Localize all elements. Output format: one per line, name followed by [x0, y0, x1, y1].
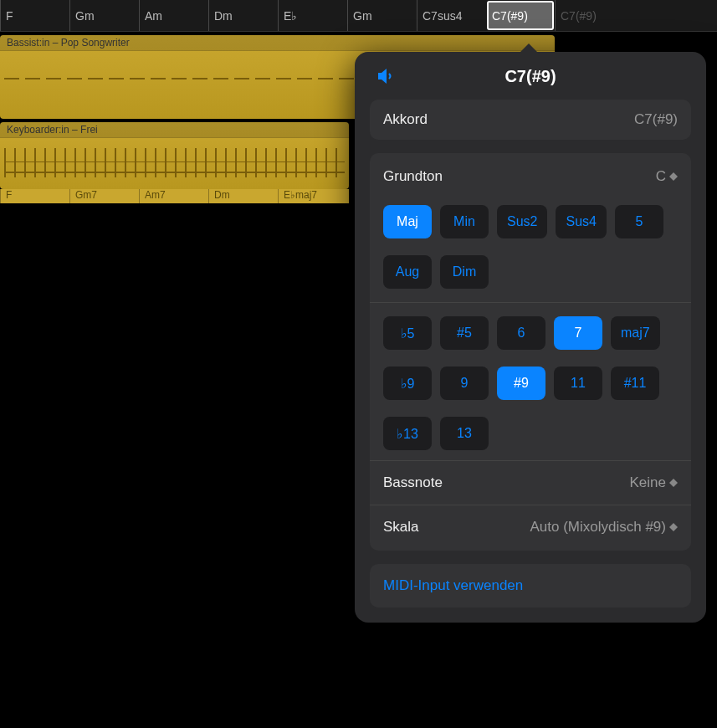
extension-chip[interactable]: 13: [440, 417, 489, 450]
updown-icon: [669, 477, 678, 489]
skala-row[interactable]: Skala Auto (Mixolydisch #9): [383, 507, 678, 541]
track-region-keys[interactable]: Keyboarder:in – Frei: [0, 122, 349, 189]
chord-cell[interactable]: E♭: [278, 0, 347, 31]
grundton-value: C: [656, 168, 666, 185]
skala-value: Auto (Mixolydisch #9): [530, 519, 666, 536]
extension-chip[interactable]: 9: [440, 367, 489, 400]
skala-select[interactable]: Auto (Mixolydisch #9): [530, 519, 678, 536]
midi-input-button[interactable]: MIDI-Input verwenden: [370, 564, 691, 608]
bassnote-value: Keine: [630, 474, 666, 491]
ext-row-3: ♭1313: [383, 408, 678, 459]
akkord-row: Akkord C7(#9): [370, 100, 691, 140]
popover-title: C7(#9): [504, 67, 556, 85]
bassnote-row[interactable]: Bassnote Keine: [383, 463, 678, 503]
extension-chip[interactable]: 6: [497, 316, 545, 350]
quality-chip[interactable]: Min: [440, 205, 489, 238]
divider: [370, 302, 691, 303]
quality-chip[interactable]: Sus4: [556, 205, 606, 238]
quality-chip[interactable]: Maj: [383, 205, 432, 238]
akkord-label: Akkord: [383, 111, 428, 128]
bassnote-select[interactable]: Keine: [630, 474, 678, 491]
popover-header: C7(#9): [370, 67, 691, 86]
skala-label: Skala: [383, 519, 419, 536]
extension-chip[interactable]: 7: [554, 316, 602, 350]
chord-cell[interactable]: Dm: [208, 0, 278, 31]
updown-icon: [669, 171, 678, 182]
grundton-select[interactable]: C: [656, 168, 678, 185]
region-chord-row: FGm7Am7DmE♭maj7: [0, 189, 349, 203]
divider: [370, 460, 691, 461]
chord-cell[interactable]: C7sus4: [417, 0, 486, 31]
chord-builder-panel: Grundton C MajMinSus2Sus45 AugDim ♭5#567…: [370, 153, 691, 551]
track-label: Bassist:in – Pop Songwriter: [0, 35, 555, 51]
chord-cell[interactable]: Gm: [69, 0, 139, 31]
extension-chip[interactable]: #11: [611, 367, 659, 400]
quality-chip[interactable]: 5: [615, 205, 663, 238]
bassnote-label: Bassnote: [383, 474, 443, 491]
ext-row-1: ♭5#567maj7: [383, 308, 678, 358]
chord-track: FGmAmDmE♭GmC7sus4C7(#9)C7(#9): [0, 0, 717, 32]
region-chord-cell: Am7: [139, 189, 208, 203]
extension-chip[interactable]: maj7: [611, 316, 660, 350]
extension-chip[interactable]: #5: [440, 316, 489, 350]
chord-cell[interactable]: C7(#9): [555, 0, 624, 31]
chord-cell[interactable]: Am: [139, 0, 208, 31]
speaker-icon[interactable]: [376, 67, 397, 89]
grundton-row[interactable]: Grundton C: [383, 156, 678, 197]
ext-row-2: ♭99#911#11: [383, 358, 678, 408]
extension-chip[interactable]: #9: [497, 367, 545, 400]
grundton-label: Grundton: [383, 168, 443, 185]
quality-chip[interactable]: Sus2: [497, 205, 547, 238]
updown-icon: [669, 521, 678, 533]
region-chord-cell: Gm7: [69, 189, 139, 203]
extension-chip[interactable]: ♭5: [383, 316, 432, 350]
region-chord-cell: Dm: [208, 189, 278, 203]
quality-chip[interactable]: Dim: [440, 255, 489, 289]
chord-cell[interactable]: C7(#9): [487, 1, 554, 30]
chord-cell[interactable]: F: [0, 0, 69, 31]
region-chord-cell: E♭maj7: [278, 189, 347, 203]
chord-cell[interactable]: Gm: [347, 0, 417, 31]
extension-chip[interactable]: 11: [554, 367, 602, 400]
quality-row-2: AugDim: [383, 247, 678, 297]
divider: [370, 505, 691, 505]
akkord-value: C7(#9): [634, 111, 678, 128]
chord-editor-popover: C7(#9) Akkord C7(#9) Grundton C MajMinSu…: [355, 52, 706, 623]
quality-row: MajMinSus2Sus45: [383, 197, 678, 247]
extension-chip[interactable]: ♭9: [383, 367, 432, 400]
extension-chip[interactable]: ♭13: [383, 417, 432, 450]
track-label: Keyboarder:in – Frei: [0, 122, 349, 138]
midi-notes: [0, 138, 349, 188]
quality-chip[interactable]: Aug: [383, 255, 432, 289]
region-chord-cell: F: [0, 189, 69, 203]
